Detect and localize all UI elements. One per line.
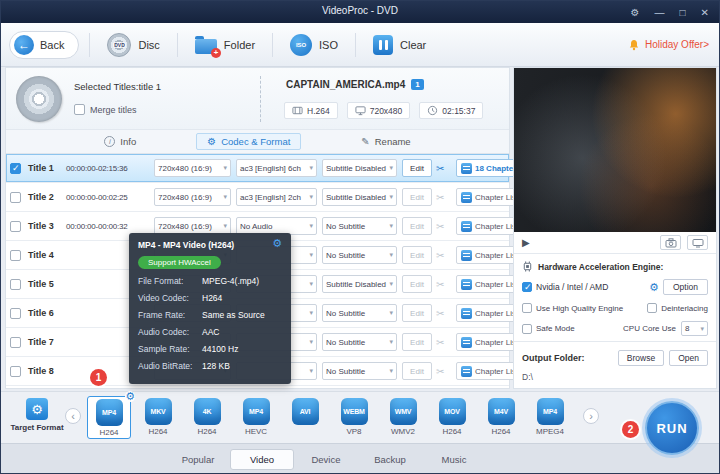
title-name: Title 3 — [28, 221, 66, 231]
title-checkbox[interactable] — [10, 308, 21, 319]
format-tile[interactable]: 4K H264 — [185, 396, 229, 439]
safe-mode-checkbox[interactable] — [522, 324, 532, 334]
source-header: Selected Titles:title 1 Merge titles CAP… — [6, 68, 509, 130]
format-tile[interactable]: MP4 MPEG4 — [528, 396, 572, 439]
run-button[interactable]: RUN — [645, 401, 699, 455]
format-tile[interactable]: M4V H264 — [479, 396, 523, 439]
format-tile[interactable]: MOV H264 — [430, 396, 474, 439]
snapshot-camera-button[interactable] — [660, 235, 681, 250]
title-checkbox[interactable] — [10, 192, 21, 203]
cpu-core-dropdown[interactable]: 8 — [681, 321, 708, 336]
subtitle-dropdown[interactable]: Subtitle Disabled — [322, 159, 397, 177]
detail-value: Same as Source — [202, 307, 265, 324]
open-button[interactable]: Open — [669, 350, 708, 366]
info-icon — [104, 136, 115, 147]
title-checkbox[interactable] — [10, 337, 21, 348]
merge-titles-option[interactable]: Merge titles — [74, 104, 137, 115]
preview-controls — [514, 232, 716, 254]
format-tile[interactable]: WMV WMV2 — [381, 396, 425, 439]
high-quality-checkbox[interactable] — [522, 303, 532, 313]
holiday-offer-link[interactable]: Holiday Offer> — [645, 39, 709, 50]
title-checkbox[interactable] — [10, 163, 21, 174]
iso-button[interactable]: ISO ISO — [273, 34, 355, 56]
browse-button[interactable]: Browse — [618, 350, 664, 366]
scroll-right-button[interactable] — [583, 408, 599, 424]
target-format-button[interactable]: Target Format — [9, 398, 65, 432]
format-tile[interactable]: MKV H264 — [136, 396, 180, 439]
merge-titles-checkbox[interactable] — [74, 104, 85, 115]
scissors-icon[interactable] — [436, 279, 454, 290]
category-tab[interactable]: Backup — [358, 449, 422, 470]
audio-dropdown[interactable]: ac3 [English] 2ch — [236, 188, 317, 206]
subtitle-dropdown[interactable]: No Subtitle — [322, 217, 397, 235]
scroll-left-button[interactable] — [65, 408, 81, 424]
edit-button[interactable]: Edit — [402, 333, 432, 351]
format-tile[interactable]: WEBM VP8 — [332, 396, 376, 439]
tab-info[interactable]: Info — [104, 136, 136, 147]
subtitle-dropdown[interactable]: Subtitle Disabled — [322, 188, 397, 206]
tile-settings-gear-icon[interactable] — [125, 391, 135, 402]
maximize-button[interactable] — [680, 7, 686, 18]
edit-button[interactable]: Edit — [402, 246, 432, 264]
edit-button[interactable]: Edit — [402, 275, 432, 293]
chip-icon — [522, 261, 533, 272]
category-tab[interactable]: Device — [294, 449, 358, 470]
close-button[interactable] — [701, 7, 709, 18]
video-preview[interactable] — [514, 68, 716, 232]
clear-button[interactable]: Clear — [356, 35, 443, 55]
format-settings-gear-icon[interactable] — [272, 237, 282, 250]
edit-button[interactable]: Edit — [402, 362, 432, 380]
scissors-icon[interactable] — [436, 337, 454, 348]
tab-codec-format[interactable]: Codec & Format — [196, 133, 301, 150]
resolution-dropdown[interactable]: 720x480 (16:9) — [154, 188, 231, 206]
disc-button[interactable]: DVD Disc — [90, 33, 176, 57]
title-checkbox[interactable] — [10, 250, 21, 261]
subtitle-dropdown[interactable]: No Subtitle — [322, 333, 397, 351]
category-tab[interactable]: Popular — [166, 449, 230, 470]
format-tile[interactable]: MP4 HEVC — [234, 396, 278, 439]
edit-button[interactable]: Edit — [402, 159, 432, 177]
audio-dropdown[interactable]: ac3 [English] 6ch — [236, 159, 317, 177]
title-row[interactable]: Title 2 00:00:00-00:02:25 720x480 (16:9)… — [6, 183, 509, 212]
title-checkbox[interactable] — [10, 279, 21, 290]
subtitle-dropdown[interactable]: No Subtitle — [322, 304, 397, 322]
option-button[interactable]: Option — [663, 279, 708, 295]
scissors-icon[interactable] — [436, 250, 454, 261]
scissors-icon[interactable] — [436, 192, 454, 203]
deinterlacing-checkbox[interactable] — [647, 303, 657, 313]
scissors-icon[interactable] — [436, 221, 454, 232]
play-button[interactable] — [522, 237, 530, 248]
settings-gear-icon[interactable] — [631, 7, 640, 18]
scissors-icon[interactable] — [436, 366, 454, 377]
format-tile[interactable]: MP4 H264 — [87, 396, 131, 439]
subtitle-dropdown[interactable]: No Subtitle — [322, 246, 397, 264]
scissors-icon[interactable] — [436, 308, 454, 319]
subtitle-dropdown[interactable]: Subtitle Disabled — [322, 275, 397, 293]
minimize-button[interactable] — [655, 7, 665, 18]
app-window: VideoProc - DVD Back DVD Disc + Folder I… — [0, 0, 720, 474]
resolution-dropdown[interactable]: 720x480 (16:9) — [154, 159, 231, 177]
gpu-checkbox[interactable] — [522, 282, 532, 292]
folder-button[interactable]: + Folder — [178, 36, 272, 54]
edit-button[interactable]: Edit — [402, 217, 432, 235]
high-quality-option[interactable]: Use High Quality Engine — [522, 303, 623, 313]
category-tab[interactable]: Music — [422, 449, 486, 470]
deinterlacing-option[interactable]: Deinterlacing — [647, 303, 708, 313]
format-icon: MP4 — [96, 399, 123, 426]
chevron-down-icon — [389, 164, 393, 172]
title-checkbox[interactable] — [10, 221, 21, 232]
subtitle-dropdown[interactable]: No Subtitle — [322, 362, 397, 380]
edit-button[interactable]: Edit — [402, 188, 432, 206]
tab-rename[interactable]: Rename — [361, 136, 410, 147]
format-icon: WMV — [390, 398, 417, 425]
scissors-icon[interactable] — [436, 163, 454, 174]
hw-gear-icon[interactable] — [649, 281, 659, 294]
format-tile[interactable]: AVI — [283, 396, 327, 439]
category-tab[interactable]: Video — [230, 449, 294, 470]
safe-mode-option[interactable]: Safe Mode — [522, 324, 575, 334]
edit-button[interactable]: Edit — [402, 304, 432, 322]
fullscreen-button[interactable] — [687, 235, 708, 250]
title-row[interactable]: Title 1 00:00:00-02:15:36 720x480 (16:9)… — [6, 154, 509, 183]
back-button[interactable]: Back — [9, 31, 79, 59]
title-checkbox[interactable] — [10, 366, 21, 377]
